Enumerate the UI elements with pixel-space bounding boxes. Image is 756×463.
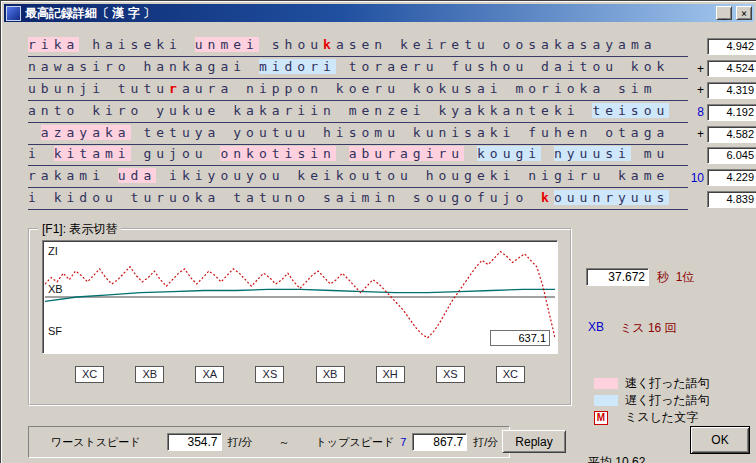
typing-line-text: azayaka tetuya youtuu hisomu kunisaki fu… — [28, 124, 688, 145]
line-time-value: 4.839 — [707, 191, 756, 208]
legend: 速く打った語句遅く打った語句Mミスした文字 — [594, 377, 754, 424]
worst-speed-value: 354.7 — [167, 433, 222, 451]
legend-item: 遅く打った語句 — [594, 394, 754, 407]
worst-speed-label: ワーストスピード — [51, 435, 141, 450]
x-axis-tick: XA — [195, 366, 224, 383]
typing-line-text: i kidou turuoka tatuno saimin sougofujo … — [28, 189, 688, 210]
typing-line-row: azayaka tetuya youtuu hisomu kunisaki fu… — [28, 123, 756, 145]
total-time-value: 37.672 — [586, 268, 649, 286]
window-content: rika haiseki unmei shoukasen keiretu oos… — [4, 22, 754, 461]
line-time-value: 4.582 — [707, 126, 756, 143]
typing-line-row: rakami uda ikiyouyou keikoutou hougeki n… — [28, 167, 756, 189]
x-axis-tick: XS — [436, 366, 465, 383]
typing-line-row: nawasiro hankagai midori toraeru fushou … — [28, 58, 756, 80]
miss-count: ミス 16 回 — [620, 320, 677, 337]
line-mark: + — [690, 83, 704, 97]
graph-group: [F1]: 表示切替 ZI XB SF 637.1 XCXBXAXSXBXHXS… — [28, 228, 572, 406]
y-axis-label-mid: XB — [48, 283, 63, 295]
typing-line-text: i kitami gujou onkotisin aburagiru kougi… — [28, 145, 688, 166]
typing-lines: rika haiseki unmei shoukasen keiretu oos… — [28, 36, 756, 210]
ok-button[interactable]: OK — [690, 426, 750, 454]
line-mark: + — [690, 127, 704, 141]
line-mark: 8 — [690, 105, 704, 119]
legend-label: 速く打った語句 — [625, 375, 710, 392]
typing-line-text: rakami uda ikiyouyou keikoutou hougeki n… — [28, 167, 688, 188]
x-axis-tick: XS — [255, 366, 284, 383]
graph-group-label: [F1]: 表示切替 — [38, 221, 121, 238]
app-window: 最高記録詳細〔 漢 字 〕 _ × rika haiseki unmei sho… — [0, 0, 756, 463]
titlebar[interactable]: 最高記録詳細〔 漢 字 〕 _ × — [4, 4, 754, 22]
top-speed-label: トップスピード — [316, 435, 395, 450]
x-axis-labels: XCXBXAXSXBXHXSXC — [44, 366, 556, 383]
typing-line-row: i kitami gujou onkotisin aburagiru kougi… — [28, 145, 756, 167]
line-time-value: 4.942 — [707, 38, 756, 55]
x-axis-tick: XH — [376, 366, 405, 383]
slow-swatch-icon — [594, 395, 618, 406]
close-button[interactable]: × — [736, 6, 752, 20]
x-axis-tick: XC — [496, 366, 525, 383]
top-speed-unit: 打/分 — [473, 435, 498, 450]
x-axis-tick: XC — [75, 366, 104, 383]
typing-line-text: ubunji tuturaura nippon koeru kokusai mo… — [28, 80, 688, 101]
line-mark: + — [690, 62, 704, 76]
top-speed-value: 867.7 — [412, 433, 467, 451]
typing-line-text: anto kiro yukue kakariin menzei kyakkant… — [28, 102, 688, 123]
window-title: 最高記録詳細〔 漢 字 〕 — [25, 5, 712, 22]
average-speed-text: 平均 10.62 打/秒 [F3] — [588, 422, 645, 463]
line-mark: 10 — [690, 171, 704, 185]
y-axis-label-top: ZI — [48, 245, 58, 257]
typing-line-text: nawasiro hankagai midori toraeru fushou … — [28, 58, 688, 79]
worst-speed-unit: 打/分 — [228, 435, 253, 450]
line-time-value: 4.524 — [707, 60, 756, 77]
typing-line-row: i kidou turuoka tatuno saimin sougofujo … — [28, 189, 756, 211]
replay-button[interactable]: Replay — [502, 430, 566, 453]
line-time-value: 4.319 — [707, 82, 756, 99]
app-icon — [6, 6, 21, 21]
typing-line-text: rika haiseki unmei shoukasen keiretu oos… — [28, 36, 688, 57]
legend-item: 速く打った語句 — [594, 377, 754, 390]
legend-label: 遅く打った語句 — [625, 392, 710, 409]
tilde: ～ — [279, 435, 290, 450]
speed-chart: ZI XB SF 637.1 — [42, 240, 558, 354]
top-speed-mark: 7 — [400, 436, 406, 448]
x-axis-tick: XB — [316, 366, 345, 383]
grade-label: XB — [588, 320, 604, 337]
typing-line-row: anto kiro yukue kakariin menzei kyakkant… — [28, 101, 756, 123]
line-time-value: 4.192 — [707, 104, 756, 121]
y-axis-label-bottom: SF — [48, 325, 62, 337]
typing-line-row: rika haiseki unmei shoukasen keiretu oos… — [28, 36, 756, 58]
last-speed-value: 637.1 — [490, 330, 550, 346]
time-rank: 秒 1位 — [657, 269, 694, 286]
speed-chart-svg — [45, 243, 555, 351]
line-time-value: 4.229 — [707, 169, 756, 186]
fast-swatch-icon — [594, 378, 618, 389]
typing-line-row: ubunji tuturaura nippon koeru kokusai mo… — [28, 80, 756, 102]
speed-range-panel: ワーストスピード 354.7 打/分 ～ トップスピード 7 867.7 打/分 — [28, 426, 510, 458]
line-time-value: 6.045 — [707, 147, 756, 164]
average-speed-line1: 平均 10.62 — [588, 454, 645, 463]
minimize-button[interactable]: _ — [716, 6, 732, 20]
x-axis-tick: XB — [135, 366, 164, 383]
